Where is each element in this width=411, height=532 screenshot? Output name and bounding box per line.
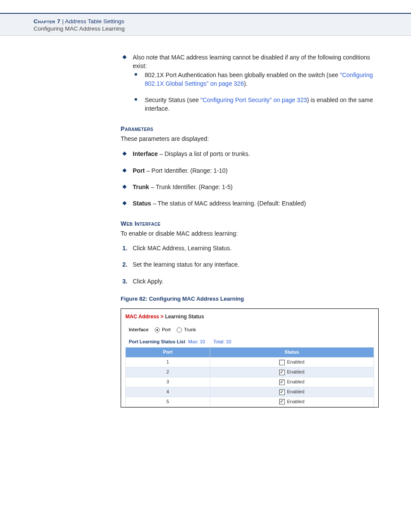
parameters-lead: These parameters are displayed: [121, 134, 379, 143]
radio-trunk[interactable]: Trunk [177, 327, 196, 333]
steps-list: Click MAC Address, Learning Status. Set … [121, 244, 379, 286]
header-subtitle: Configuring MAC Address Learning [34, 25, 411, 32]
param-port: Port – Port Identifier. (Range: 1-10) [121, 166, 379, 175]
header-sep: | [61, 18, 65, 25]
note-item: Also note that MAC address learning cann… [121, 53, 379, 113]
cell-port: 3 [126, 377, 210, 387]
parameters-heading: Parameters [121, 124, 379, 133]
enabled-checkbox[interactable] [279, 370, 285, 375]
table-row: 1Enabled [126, 358, 374, 367]
col-status: Status [210, 348, 374, 358]
interface-row: Interface Port Trunk [129, 327, 374, 333]
cell-status: Enabled [210, 377, 374, 387]
list-header: Port Learning Status List Max: 10 Total:… [129, 339, 374, 345]
radio-dot-icon [155, 327, 160, 333]
col-port: Port [126, 348, 210, 358]
chapter-label: Chapter 7 [34, 18, 61, 25]
cell-port: 4 [126, 387, 210, 397]
cell-status: Enabled [210, 387, 374, 397]
table-row: 5Enabled [126, 397, 374, 407]
web-interface-heading: Web Interface [121, 219, 379, 228]
radio-empty-icon [177, 327, 182, 333]
condition-1: 802.1X Port Authentication has been glob… [133, 71, 379, 88]
parameters-list: Interface – Displays a list of ports or … [121, 149, 379, 208]
figure-caption: Figure 82: Configuring MAC Address Learn… [121, 295, 379, 303]
enabled-checkbox[interactable] [279, 399, 285, 404]
step-3: Click Apply. [121, 277, 379, 286]
interface-label: Interface [129, 327, 149, 333]
condition-2: Security Status (see "Configuring Port S… [133, 96, 379, 113]
param-status: Status – The status of MAC address learn… [121, 199, 379, 208]
page: Chapter 7 | Address Table Settings Confi… [0, 13, 411, 532]
table-row: 3Enabled [126, 377, 374, 387]
step-1: Click MAC Address, Learning Status. [121, 244, 379, 252]
enabled-label: Enabled [287, 359, 304, 364]
page-header: Chapter 7 | Address Table Settings Confi… [0, 13, 411, 36]
cell-port: 1 [126, 358, 210, 367]
note-list: Also note that MAC address learning cann… [121, 53, 379, 113]
enabled-label: Enabled [287, 369, 304, 374]
enabled-checkbox[interactable] [279, 389, 285, 395]
status-table: Port Status 1Enabled2Enabled3Enabled4Ena… [125, 347, 374, 407]
step-2: Set the learning status for any interfac… [121, 260, 379, 269]
header-title: Address Table Settings [65, 18, 125, 25]
ui-breadcrumb: MAC Address > Learning Status [125, 313, 374, 320]
table-header-row: Port Status [126, 348, 374, 358]
cell-status: Enabled [210, 358, 374, 367]
bc-learning-status: Learning Status [165, 314, 204, 320]
table-row: 2Enabled [126, 367, 374, 377]
cell-port: 5 [126, 397, 210, 407]
note-lead: Also note that MAC address learning cann… [133, 54, 370, 69]
cell-status: Enabled [210, 397, 374, 407]
web-lead: To enable or disable MAC address learnin… [121, 229, 379, 238]
enabled-label: Enabled [287, 389, 304, 394]
enabled-checkbox[interactable] [279, 380, 285, 385]
param-trunk: Trunk – Trunk Identifier. (Range: 1-5) [121, 183, 379, 191]
list-max: Max: 10 [188, 339, 205, 344]
radio-port[interactable]: Port [155, 327, 171, 333]
enabled-checkbox[interactable] [279, 360, 285, 365]
cell-port: 2 [126, 367, 210, 377]
param-interface: Interface – Displays a list of ports or … [121, 149, 379, 158]
ui-screenshot: MAC Address > Learning Status Interface … [121, 308, 379, 408]
link-port-security[interactable]: "Configuring Port Security" on page 323 [200, 96, 307, 103]
list-total: Total: 10 [213, 339, 231, 344]
list-title: Port Learning Status List [129, 339, 185, 344]
conditions-list: 802.1X Port Authentication has been glob… [133, 71, 379, 113]
content-area: Also note that MAC address learning cann… [121, 36, 379, 408]
header-line1: Chapter 7 | Address Table Settings [34, 18, 411, 25]
table-row: 4Enabled [126, 387, 374, 397]
cell-status: Enabled [210, 367, 374, 377]
enabled-label: Enabled [287, 399, 304, 404]
enabled-label: Enabled [287, 379, 304, 384]
bc-mac-address: MAC Address > [125, 314, 165, 320]
